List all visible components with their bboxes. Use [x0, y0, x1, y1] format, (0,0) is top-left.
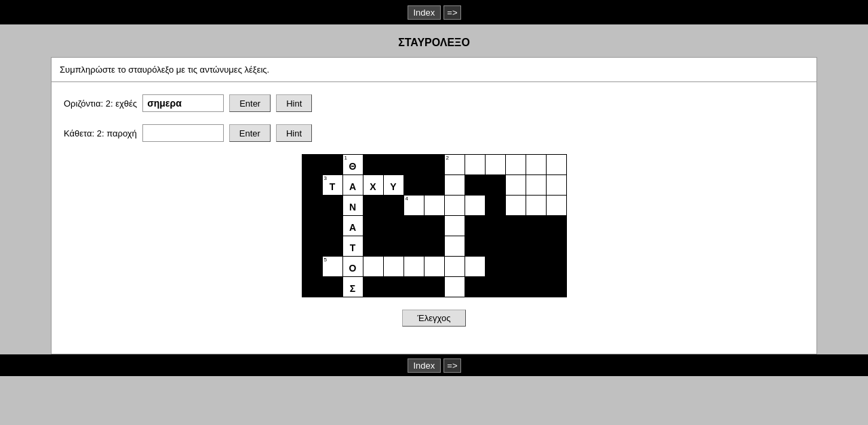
- cell-r2c2: N: [342, 196, 363, 216]
- cell-r1c11: [526, 175, 546, 196]
- cell-r3c6: [424, 216, 444, 236]
- cell-r1c3: X: [363, 175, 383, 196]
- cell-r4c0: [302, 236, 322, 257]
- cell-r0c8: [465, 155, 485, 175]
- cell-r1c6: [424, 175, 444, 196]
- cell-r0c7: 2: [444, 155, 465, 175]
- cell-r2c12: [546, 196, 566, 216]
- horizontal-clue-input[interactable]: [142, 94, 224, 112]
- main-box: Συμπληρώστε το σταυρόλεξο με τις αντώνυμ…: [51, 57, 817, 354]
- cell-r2c1: [322, 196, 342, 216]
- vertical-clue-label: Κάθετα: 2: παροχή: [64, 128, 137, 138]
- table-row: 1 Θ 2: [302, 155, 566, 175]
- vertical-clue-input[interactable]: [142, 124, 224, 142]
- cell-r3c3: [363, 216, 383, 236]
- cell-r5c11: [526, 257, 546, 277]
- cell-r4c4: [383, 236, 403, 257]
- cell-r1c0: [302, 175, 322, 196]
- cell-r0c4: [383, 155, 403, 175]
- cell-r3c9: [485, 216, 505, 236]
- table-row: T: [302, 236, 566, 257]
- cell-r4c7: [444, 236, 465, 257]
- cell-r6c3: [363, 277, 383, 297]
- cell-r6c4: [383, 277, 403, 297]
- cell-r3c1: [322, 216, 342, 236]
- cell-r0c11: [526, 155, 546, 175]
- cell-r5c9: [485, 257, 505, 277]
- cell-r1c12: [546, 175, 566, 196]
- cell-r6c0: [302, 277, 322, 297]
- cell-r0c10: [505, 155, 526, 175]
- bottom-index-link[interactable]: Index: [408, 358, 441, 373]
- cell-r2c4: [383, 196, 403, 216]
- cell-r5c10: [505, 257, 526, 277]
- cell-r5c12: [546, 257, 566, 277]
- cell-r2c7: [444, 196, 465, 216]
- cell-r4c12: [546, 236, 566, 257]
- vertical-enter-button[interactable]: Enter: [229, 124, 271, 142]
- cell-r3c10: [505, 216, 526, 236]
- cell-r0c9: [485, 155, 505, 175]
- check-button[interactable]: Έλεγχος: [402, 310, 467, 327]
- cell-r0c1: [322, 155, 342, 175]
- bottom-arrow: =>: [443, 358, 460, 373]
- cell-r4c1: [322, 236, 342, 257]
- cell-r1c4: Y: [383, 175, 403, 196]
- cell-r1c10: [505, 175, 526, 196]
- cell-r4c6: [424, 236, 444, 257]
- cell-r5c0: [302, 257, 322, 277]
- cell-r4c3: [363, 236, 383, 257]
- cell-r5c5: [403, 257, 424, 277]
- cell-r6c11: [526, 277, 546, 297]
- cell-r4c5: [403, 236, 424, 257]
- cell-r3c0: [302, 216, 322, 236]
- instruction-bar: Συμπληρώστε το σταυρόλεξο με τις αντώνυμ…: [52, 58, 816, 82]
- cell-r2c11: [526, 196, 546, 216]
- content-area: Οριζόντια: 2: εχθές Enter Hint Κάθετα: 2…: [52, 82, 816, 354]
- cell-r0c3: [363, 155, 383, 175]
- bottom-bar: Index =>: [0, 354, 868, 376]
- horizontal-enter-button[interactable]: Enter: [229, 94, 271, 112]
- cell-r0c12: [546, 155, 566, 175]
- cell-r0c6: [424, 155, 444, 175]
- cell-r3c12: [546, 216, 566, 236]
- cell-r1c7: [444, 175, 465, 196]
- vertical-clue-row: Κάθετα: 2: παροχή Enter Hint: [64, 124, 804, 142]
- horizontal-clue-row: Οριζόντια: 2: εχθές Enter Hint: [64, 94, 804, 112]
- cell-r4c9: [485, 236, 505, 257]
- top-index-link[interactable]: Index: [408, 5, 441, 20]
- instruction-text: Συμπληρώστε το σταυρόλεξο με τις αντώνυμ…: [60, 64, 269, 75]
- vertical-hint-button[interactable]: Hint: [276, 124, 312, 142]
- table-row: Σ: [302, 277, 566, 297]
- horizontal-hint-button[interactable]: Hint: [276, 94, 312, 112]
- cell-r4c10: [505, 236, 526, 257]
- cell-r6c8: [465, 277, 485, 297]
- cell-r5c3: [363, 257, 383, 277]
- cell-r2c8: [465, 196, 485, 216]
- cell-r2c9: [485, 196, 505, 216]
- cell-r5c1: 5: [322, 257, 342, 277]
- cell-r2c10: [505, 196, 526, 216]
- cell-r6c7: [444, 277, 465, 297]
- cell-r2c3: [363, 196, 383, 216]
- top-bar: Index =>: [0, 0, 868, 24]
- cell-r1c1: 3 T: [322, 175, 342, 196]
- cell-r0c0: [302, 155, 322, 175]
- cell-r6c6: [424, 277, 444, 297]
- cell-r0c2: 1 Θ: [342, 155, 363, 175]
- top-arrow: =>: [443, 5, 460, 20]
- cell-r1c5: [403, 175, 424, 196]
- crossword-table: 1 Θ 2: [302, 154, 567, 297]
- cell-r6c12: [546, 277, 566, 297]
- cell-r5c7: [444, 257, 465, 277]
- cell-r5c4: [383, 257, 403, 277]
- check-button-row: Έλεγχος: [64, 310, 804, 327]
- cell-r3c7: [444, 216, 465, 236]
- cell-r3c4: [383, 216, 403, 236]
- cell-r5c8: [465, 257, 485, 277]
- cell-r6c2: Σ: [342, 277, 363, 297]
- cell-r1c9: [485, 175, 505, 196]
- crossword-container: 1 Θ 2: [64, 154, 804, 297]
- cell-r6c9: [485, 277, 505, 297]
- horizontal-clue-label: Οριζόντια: 2: εχθές: [64, 98, 137, 109]
